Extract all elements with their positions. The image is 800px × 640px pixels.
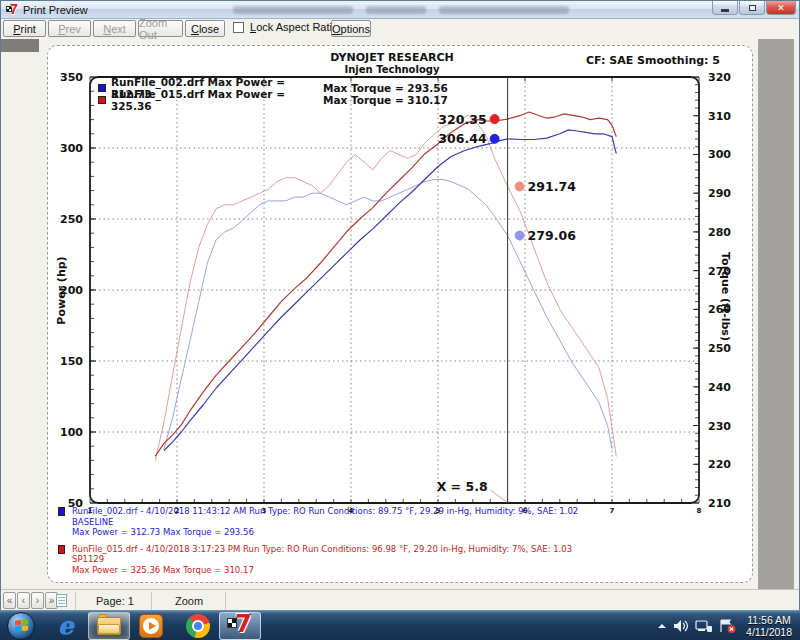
- svg-text:220: 220: [708, 458, 731, 471]
- svg-text:230: 230: [708, 420, 731, 433]
- first-page-button[interactable]: «: [3, 592, 16, 609]
- svg-text:250: 250: [60, 213, 83, 226]
- action-center-flag-icon[interactable]: [719, 619, 736, 633]
- window-title: Print Preview: [23, 4, 88, 16]
- svg-text:320: 320: [708, 71, 731, 84]
- svg-text:300: 300: [708, 148, 731, 161]
- svg-text:306.44: 306.44: [438, 131, 487, 146]
- svg-text:300: 300: [60, 142, 83, 155]
- taskbar-item-dynojet-winpep[interactable]: 7: [219, 612, 261, 640]
- clock-date: 4/11/2018: [746, 626, 792, 638]
- minimize-button[interactable]: [712, 1, 738, 15]
- svg-text:310: 310: [708, 110, 731, 123]
- statusbar-separator: [75, 592, 76, 610]
- next-page-button[interactable]: ›: [31, 592, 44, 609]
- status-bar: « ‹ › » Page: 1 Zoom: [1, 589, 799, 611]
- windows-logo-icon: [15, 620, 28, 633]
- titlebar-ghost-text: [366, 6, 426, 14]
- network-icon[interactable]: [695, 619, 713, 633]
- svg-text:291.74: 291.74: [528, 179, 577, 194]
- preview-desk-background: [758, 39, 794, 589]
- checkbox-box[interactable]: [233, 22, 244, 33]
- svg-text:320.35: 320.35: [438, 112, 486, 127]
- annotation-swatch-red: [58, 545, 65, 554]
- statusbar-separator: [225, 592, 226, 610]
- dyno-chart: 1234567850100150200250300350210220230240…: [48, 46, 754, 584]
- zoom-indicator[interactable]: Zoom: [159, 595, 219, 607]
- run-annotations: RunFile_002.drf - 4/10/2018 11:43:12 AM …: [58, 506, 748, 581]
- prev-button[interactable]: Prev: [48, 20, 91, 37]
- titlebar-ghost-text: [233, 6, 353, 14]
- svg-text:290: 290: [708, 187, 731, 200]
- taskbar-clock[interactable]: 11:56 AM 4/11/2018: [746, 614, 792, 638]
- svg-text:270: 270: [708, 265, 731, 278]
- taskbar-item-file-explorer[interactable]: [88, 612, 130, 640]
- zoom-out-button[interactable]: Zoom Out: [138, 20, 183, 37]
- toolbar: Print Prev Next Zoom Out Close Lock Aspe…: [1, 20, 799, 39]
- titlebar-ghost-text: [439, 6, 569, 14]
- preview-page: DYNOJET RESEARCH Injen Technology CF: SA…: [47, 45, 753, 583]
- print-button[interactable]: Print: [3, 20, 46, 37]
- svg-text:280: 280: [708, 226, 731, 239]
- options-button[interactable]: Options: [331, 20, 371, 37]
- preview-corner-panel: [1, 39, 39, 52]
- svg-text:100: 100: [60, 426, 83, 439]
- clock-time: 11:56 AM: [746, 614, 792, 626]
- dynojet-app-icon: 7: [227, 614, 253, 638]
- app-icon: 7: [6, 3, 20, 16]
- statusbar-separator: [151, 592, 152, 610]
- svg-text:240: 240: [708, 381, 731, 394]
- chrome-icon: [186, 614, 210, 638]
- lock-aspect-ratio-checkbox[interactable]: Lock Aspect Ratio: [233, 21, 338, 33]
- titlebar[interactable]: 7 Print Preview ✕: [1, 1, 799, 19]
- prev-page-button[interactable]: ‹: [17, 592, 30, 609]
- taskbar: e 7: [0, 610, 800, 640]
- media-player-icon: [139, 614, 163, 638]
- close-preview-button[interactable]: Close: [185, 20, 225, 37]
- annotation-swatch-blue: [58, 507, 65, 516]
- page-setup-icon[interactable]: [56, 594, 67, 607]
- svg-text:250: 250: [708, 342, 731, 355]
- svg-text:279.06: 279.06: [528, 228, 577, 243]
- close-window-button[interactable]: ✕: [766, 1, 796, 15]
- run-annotation-sp1129: RunFile_015.drf - 4/10/2018 3:17:23 PM R…: [58, 544, 748, 576]
- svg-text:150: 150: [60, 355, 83, 368]
- taskbar-item-chrome[interactable]: [180, 612, 216, 640]
- svg-text:350: 350: [60, 71, 83, 84]
- run-annotation-baseline: RunFile_002.drf - 4/10/2018 11:43:12 AM …: [58, 506, 748, 538]
- print-preview-window: 7 Print Preview ✕ Print Prev Next Zoom O…: [0, 0, 800, 610]
- svg-text:X = 5.8: X = 5.8: [437, 479, 488, 494]
- folder-icon: [97, 617, 121, 635]
- svg-text:260: 260: [708, 303, 731, 316]
- lock-aspect-ratio-label: Lock Aspect Ratio: [250, 21, 338, 33]
- restore-button[interactable]: [739, 1, 765, 15]
- svg-text:200: 200: [60, 284, 83, 297]
- hidden-icons-arrow[interactable]: [657, 622, 667, 630]
- next-button[interactable]: Next: [93, 20, 136, 37]
- taskbar-item-internet-explorer[interactable]: e: [48, 612, 84, 640]
- taskbar-item-media-player[interactable]: [133, 612, 169, 640]
- page-indicator: Page: 1: [85, 595, 145, 607]
- start-button[interactable]: [7, 612, 35, 640]
- internet-explorer-icon: e: [58, 614, 73, 638]
- system-tray: 11:56 AM 4/11/2018: [657, 611, 800, 640]
- volume-icon[interactable]: [673, 619, 689, 633]
- screen: 7 Print Preview ✕ Print Prev Next Zoom O…: [0, 0, 800, 640]
